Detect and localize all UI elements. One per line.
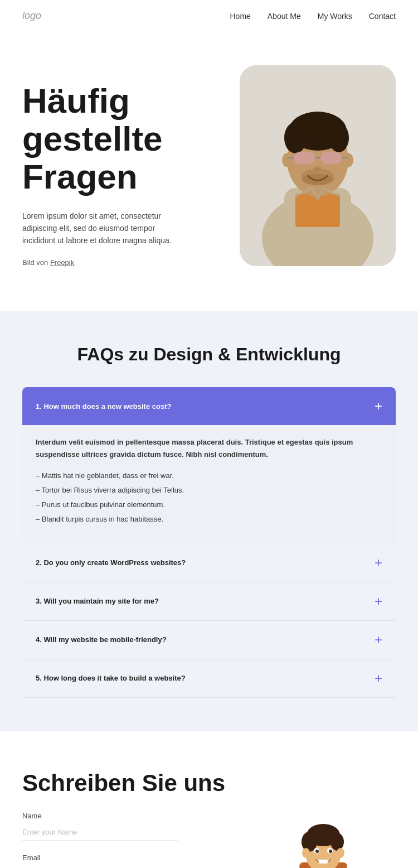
svg-rect-14 <box>320 152 342 164</box>
faq-section: FAQs zu Design & Entwicklung 1. How much… <box>0 311 418 731</box>
faq-item-5: 5. How long does it take to build a webs… <box>22 659 396 698</box>
svg-point-20 <box>302 174 333 185</box>
email-label: Email <box>22 853 234 862</box>
navbar: logo Home About Me My Works Contact <box>0 0 418 32</box>
faq-question-1[interactable]: 1. How much does a new website cost? + <box>22 387 396 425</box>
faq-question-4[interactable]: 4. Will my website be mobile-friendly? + <box>22 621 396 659</box>
hero-description: Lorem ipsum dolor sit amet, consectetur … <box>22 210 189 247</box>
nav-links: Home About Me My Works Contact <box>230 11 396 21</box>
email-input[interactable] <box>22 865 178 868</box>
faq-plus-icon-5: + <box>375 672 382 685</box>
logo: logo <box>22 10 41 22</box>
nav-home[interactable]: Home <box>230 12 250 21</box>
svg-point-11 <box>282 153 293 167</box>
faq-question-5[interactable]: 5. How long does it take to build a webs… <box>22 659 396 697</box>
hero-text: Häufig gestellte Fragen Lorem ipsum dolo… <box>22 65 229 267</box>
svg-point-32 <box>330 833 344 851</box>
faq-item-2: 2. Do you only create WordPress websites… <box>22 544 396 582</box>
svg-point-12 <box>342 153 353 167</box>
contact-form-area: Schreiben Sie uns Name Email EINREICHEN … <box>22 770 234 868</box>
faq-list: 1. How much does a new website cost? + I… <box>22 387 396 698</box>
svg-point-38 <box>329 850 332 853</box>
svg-point-37 <box>315 850 319 853</box>
faq-plus-icon-2: + <box>375 556 382 570</box>
svg-point-33 <box>302 848 310 858</box>
name-input[interactable] <box>22 823 178 841</box>
hero-credit: Bild von Freepik <box>22 258 229 267</box>
contact-illustration <box>251 770 396 868</box>
svg-rect-13 <box>294 152 315 164</box>
faq-section-title: FAQs zu Design & Entwicklung <box>22 344 396 365</box>
hero-section: Häufig gestellte Fragen Lorem ipsum dolo… <box>0 32 418 311</box>
hero-title: Häufig gestellte Fragen <box>22 82 229 196</box>
faq-answer-list-1: Mattis hat nie geblandet, dass er frei w… <box>36 469 382 527</box>
name-form-group: Name <box>22 812 234 841</box>
faq-answer-1: Interdum velit euismod in pellentesque m… <box>22 425 396 544</box>
svg-point-10 <box>291 114 344 139</box>
faq-item-4: 4. Will my website be mobile-friendly? + <box>22 621 396 659</box>
email-form-group: Email <box>22 853 234 868</box>
hero-freepik-link[interactable]: Freepik <box>50 258 74 267</box>
faq-item-1: 1. How much does a new website cost? + I… <box>22 387 396 544</box>
nav-contact[interactable]: Contact <box>369 12 396 21</box>
svg-point-34 <box>337 848 344 858</box>
nav-about[interactable]: About Me <box>268 12 301 21</box>
faq-question-2[interactable]: 2. Do you only create WordPress websites… <box>22 544 396 582</box>
svg-rect-39 <box>319 860 328 864</box>
faq-plus-icon-4: + <box>375 633 382 647</box>
contact-title: Schreiben Sie uns <box>22 770 234 796</box>
name-label: Name <box>22 812 234 820</box>
faq-item-3: 3. Will you maintain my site for me? + <box>22 582 396 621</box>
faq-plus-icon-3: + <box>375 595 382 608</box>
contact-section: Schreiben Sie uns Name Email EINREICHEN … <box>0 731 418 868</box>
hero-image <box>240 65 396 266</box>
faq-plus-icon-1: + <box>375 399 382 413</box>
faq-question-3[interactable]: 3. Will you maintain my site for me? + <box>22 582 396 620</box>
nav-works[interactable]: My Works <box>318 12 352 21</box>
